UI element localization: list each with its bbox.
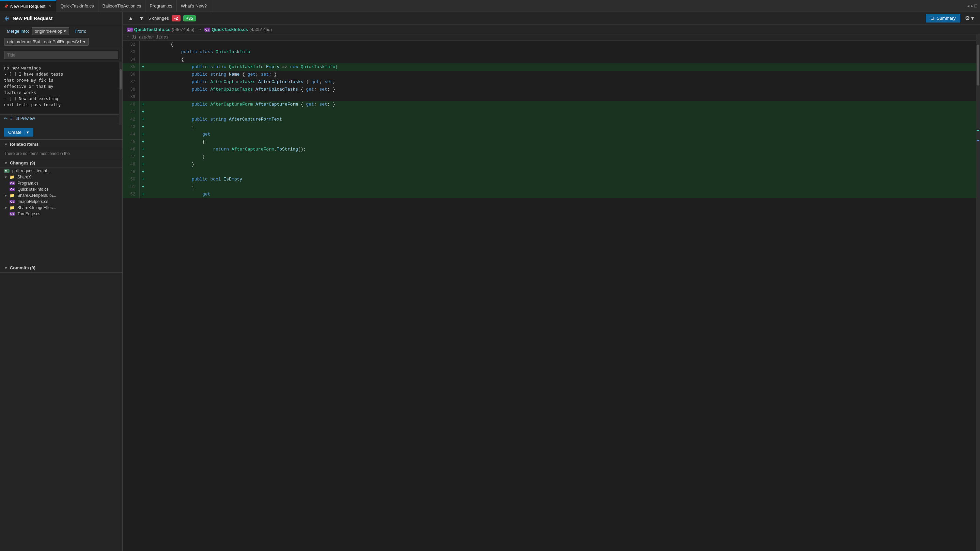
diff-line-44: 44 + get	[123, 131, 976, 138]
changes-arrow: ▼	[4, 161, 8, 165]
diff-line-40: 40 + public AfterCaptureForm AfterCaptur…	[123, 101, 976, 108]
file-arrow: →	[197, 27, 202, 32]
tree-item-program-cs[interactable]: C# Program.cs	[0, 180, 118, 186]
merge-into-select[interactable]: origin/develop ▾	[32, 27, 69, 35]
from-select[interactable]: origin/demos/Bui...eatePullRequestV1 ▾	[4, 38, 89, 46]
preview-label: Preview	[21, 116, 35, 121]
line-code-40: public AfterCaptureForm AfterCaptureForm…	[146, 101, 976, 108]
line-code-36: public string Name { get; set; }	[146, 71, 976, 78]
tornedgecs-icon: C#	[10, 212, 15, 216]
tab-overflow-menu[interactable]: □	[975, 3, 977, 8]
create-button[interactable]: Create ▾	[4, 128, 33, 137]
changes-header[interactable]: ▼ Changes (9)	[0, 158, 122, 168]
related-items-header[interactable]: ▼ Related Items	[0, 140, 122, 149]
line-num-47: 47	[123, 153, 140, 161]
desc-scrollbar-thumb[interactable]	[119, 69, 122, 90]
line-prefix-42: +	[140, 116, 146, 123]
pr-header: ⊕ New Pull Request	[0, 12, 122, 25]
description-area: no new warnings - [ ] I have added tests…	[0, 62, 122, 125]
line-code-32: {	[146, 41, 976, 48]
tab-whatsnew[interactable]: What's New?	[177, 0, 211, 11]
tab-balloontipaction[interactable]: BalloonTipAction.cs	[99, 0, 146, 11]
related-items-arrow: ▼	[4, 142, 8, 146]
diff-line-47: 47 + }	[123, 153, 976, 161]
file-header: C# QuickTaskInfo.cs (59e7450b) → C# Quic…	[123, 25, 980, 34]
line-prefix-48: +	[140, 161, 146, 168]
diff-line-42: 42 + public string AfterCaptureFormText	[123, 116, 976, 123]
line-code-50: public bool IsEmpty	[146, 176, 976, 183]
nav-up-btn[interactable]: ▲	[127, 15, 135, 22]
tree-item-quicktaskinfo-cs[interactable]: C# QuickTaskInfo.cs	[0, 186, 118, 192]
from-label: From:	[75, 29, 86, 34]
settings-icon: ⚙	[965, 15, 970, 21]
commits-header[interactable]: ▼ Commits (8)	[0, 263, 122, 273]
line-prefix-39	[140, 93, 146, 101]
tab-quicktaskinfo[interactable]: QuickTaskInfo.cs	[56, 0, 98, 11]
nav-down-btn[interactable]: ▼	[138, 15, 146, 22]
create-dropdown-icon[interactable]: ▾	[24, 130, 29, 135]
merge-into-dropdown-icon: ▾	[64, 29, 66, 34]
line-prefix-43: +	[140, 123, 146, 131]
line-prefix-49: +	[140, 168, 146, 176]
tree-item-imageeffec-folder[interactable]: ▼ 📁 ShareX.ImageEffec...	[0, 205, 118, 211]
tab-pin-icon: 📌	[4, 5, 8, 8]
line-num-40: 40	[123, 101, 140, 108]
edit-btn[interactable]: ✏	[4, 116, 8, 121]
tab-program[interactable]: Program.cs	[145, 0, 177, 11]
desc-scrollbar	[119, 62, 122, 125]
tree-item-imagehelpers-cs[interactable]: C# ImageHelpers.cs	[0, 198, 118, 205]
merge-into-label: Merge into:	[7, 29, 29, 34]
line-prefix-37	[140, 78, 146, 86]
changes-title: Changes (9)	[10, 160, 35, 165]
description-textarea[interactable]: no new warnings - [ ] I have added tests…	[0, 62, 122, 113]
line-prefix-45: +	[140, 138, 146, 146]
tab-whatsnew-label: What's New?	[181, 3, 207, 8]
tab-overflow-left[interactable]: ◂	[967, 3, 969, 8]
create-button-label: Create	[8, 130, 24, 135]
tab-new-pr[interactable]: 📌 New Pull Request ✕	[0, 0, 56, 11]
hash-btn[interactable]: #	[10, 116, 13, 121]
line-code-45: {	[146, 138, 976, 146]
sharex-folder-icon: 📁	[10, 175, 15, 179]
preview-btn[interactable]: 🖹 Preview	[15, 116, 35, 121]
from-value: origin/demos/Bui...eatePullRequestV1	[7, 39, 82, 44]
line-prefix-34	[140, 56, 146, 64]
line-num-38: 38	[123, 86, 140, 93]
diff-content[interactable]: ↑ 31 hidden lines 32 { 33 public class Q…	[123, 34, 976, 551]
changes-scroll[interactable]: M↓ pull_request_templ... ▼ 📁 ShareX C# P…	[0, 168, 122, 263]
line-num-45: 45	[123, 138, 140, 146]
line-prefix-32	[140, 41, 146, 48]
summary-button[interactable]: 🗋 Summary	[926, 14, 960, 22]
tab-quicktaskinfo-label: QuickTaskInfo.cs	[60, 3, 94, 8]
helperslib-expand-arrow: ▼	[4, 194, 8, 197]
line-code-49	[146, 168, 976, 176]
line-prefix-50: +	[140, 176, 146, 183]
diff-line-33: 33 public class QuickTaskInfo	[123, 48, 976, 56]
tab-new-pr-close[interactable]: ✕	[49, 4, 52, 8]
diff-line-38: 38 public AfterUploadTasks AfterUploadTa…	[123, 86, 976, 93]
tree-item-pullrequest-templ[interactable]: M↓ pull_request_templ...	[0, 168, 118, 174]
line-prefix-46: +	[140, 146, 146, 153]
tree-item-tornedge-cs[interactable]: C# TornEdge.cs	[0, 211, 118, 217]
changes-count: 5 changes	[148, 16, 169, 21]
quicktaskinfocs-icon: C#	[10, 187, 15, 191]
helperslib-folder-label: ShareX.HelpersLib\...	[18, 193, 56, 198]
diff-right-scrollbar[interactable]	[976, 34, 980, 551]
line-num-50: 50	[123, 176, 140, 183]
tree-item-label: pull_request_templ...	[12, 168, 50, 173]
tree-item-sharex-folder[interactable]: ▼ 📁 ShareX	[0, 174, 118, 180]
diff-line-32: 32 {	[123, 41, 976, 48]
left-file-name: QuickTaskInfo.cs	[134, 27, 171, 32]
tab-overflow-right[interactable]: ▸	[971, 3, 973, 8]
summary-label: Summary	[937, 16, 956, 21]
line-code-47: }	[146, 153, 976, 161]
preview-icon: 🖹	[15, 116, 19, 121]
imageeffec-expand-arrow: ▼	[4, 206, 8, 210]
title-input[interactable]	[4, 51, 118, 59]
tree-item-helperslib-folder[interactable]: ▼ 📁 ShareX.HelpersLib\...	[0, 192, 118, 198]
tab-balloontipaction-label: BalloonTipAction.cs	[103, 3, 142, 8]
line-code-39	[146, 93, 976, 101]
line-code-41	[146, 108, 976, 116]
settings-button[interactable]: ⚙ ▾	[963, 14, 976, 22]
quicktaskinfocs-label: QuickTaskInfo.cs	[18, 187, 49, 192]
